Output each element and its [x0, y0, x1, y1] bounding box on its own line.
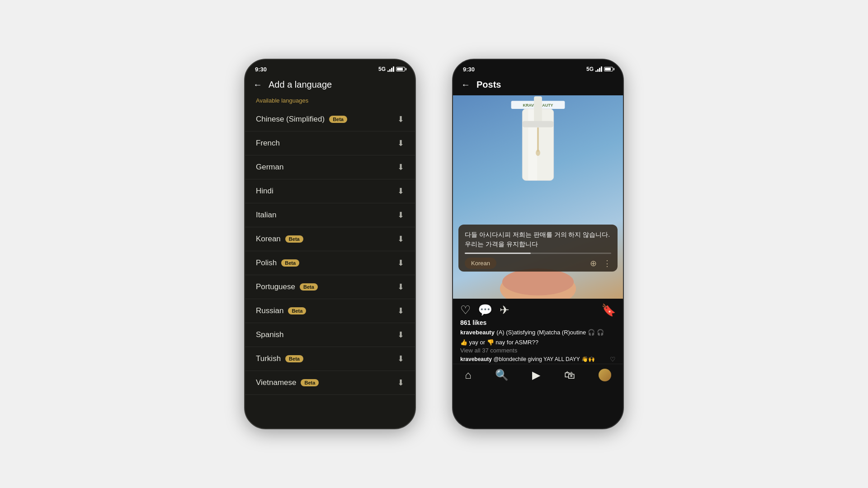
language-item-hindi[interactable]: Hindi ⬇	[245, 179, 415, 203]
available-languages-label: Available languages	[245, 95, 415, 108]
time-left: 9:30	[255, 66, 267, 73]
download-icon-portuguese[interactable]: ⬇	[397, 282, 404, 292]
language-item-polish[interactable]: Polish Beta ⬇	[245, 251, 415, 275]
language-item-left-polish: Polish Beta	[256, 258, 299, 267]
save-button[interactable]: 🔖	[601, 303, 616, 317]
download-icon-hindi[interactable]: ⬇	[397, 186, 404, 196]
language-name-chinese: Chinese (Simplified)	[256, 115, 325, 124]
language-name-italian: Italian	[256, 211, 276, 220]
signal-icon-right	[595, 66, 602, 72]
beta-badge-russian: Beta	[288, 307, 306, 314]
language-item-left-french: French	[256, 139, 280, 148]
download-icon-polish[interactable]: ⬇	[397, 258, 404, 268]
share-button[interactable]: ✈	[500, 303, 509, 317]
battery-fill-right	[605, 68, 611, 70]
posts-header: ← Posts	[453, 76, 623, 95]
status-bar-left: 9:30 5G	[245, 60, 415, 76]
subtitle-controls: Korean ⊕ ⋮	[465, 258, 611, 269]
language-item-turkish[interactable]: Turkish Beta ⬇	[245, 347, 415, 371]
notch-right	[525, 64, 536, 75]
post-actions: ♡ 💬 ✈ 🔖	[453, 299, 623, 319]
download-icon-chinese[interactable]: ⬇	[397, 114, 404, 124]
subtitle-progress-bar	[465, 253, 611, 254]
subtitle-settings-icon[interactable]: ⊕	[590, 258, 597, 268]
back-button-left[interactable]: ←	[253, 80, 262, 90]
svg-rect-5	[522, 121, 553, 127]
language-name-russian: Russian	[256, 306, 283, 315]
language-item-spanish[interactable]: Spanish ⬇	[245, 323, 415, 347]
nav-shop-icon[interactable]: 🛍	[564, 369, 575, 381]
language-item-portuguese[interactable]: Portuguese Beta ⬇	[245, 275, 415, 299]
language-item-chinese[interactable]: Chinese (Simplified) Beta ⬇	[245, 108, 415, 131]
back-button-right[interactable]: ←	[461, 80, 470, 90]
language-list: Chinese (Simplified) Beta ⬇ French ⬇ Ger…	[245, 108, 415, 395]
comment-username[interactable]: kravebeauty	[460, 356, 492, 362]
battery-icon-right	[604, 67, 613, 71]
engagement-text: 👍 yay or 👎 nay for ASMR??	[460, 339, 538, 346]
language-item-korean[interactable]: Korean Beta ⬇	[245, 227, 415, 251]
caption-username[interactable]: kravebeauty	[460, 329, 495, 336]
language-name-korean: Korean	[256, 235, 281, 244]
subtitle-text: 다들 아시다시피 저희는 판매를 거의 하지 않습니다. 우리는 가격을 유지합…	[465, 230, 611, 249]
beta-badge-portuguese: Beta	[300, 283, 318, 291]
download-icon-italian[interactable]: ⬇	[397, 210, 404, 220]
language-item-left-portuguese: Portuguese Beta	[256, 282, 318, 291]
signal-icon-left	[387, 66, 394, 72]
status-icons-right: 5G	[586, 66, 613, 72]
language-item-left-vietnamese: Vietnamese Beta	[256, 378, 319, 387]
language-item-vietnamese[interactable]: Vietnamese Beta ⬇	[245, 371, 415, 395]
language-item-italian[interactable]: Italian ⬇	[245, 203, 415, 227]
svg-rect-4	[534, 96, 542, 123]
beta-badge-polish: Beta	[281, 259, 299, 267]
download-icon-german[interactable]: ⬇	[397, 162, 404, 172]
svg-point-7	[536, 150, 540, 156]
language-item-left-spanish: Spanish	[256, 330, 283, 339]
subtitle-overlay: 다들 아시다시피 저희는 판매를 거의 하지 않습니다. 우리는 가격을 유지합…	[458, 225, 618, 272]
nav-home-icon[interactable]: ⌂	[465, 369, 472, 381]
download-icon-russian[interactable]: ⬇	[397, 306, 404, 316]
download-icon-french[interactable]: ⬇	[397, 138, 404, 148]
battery-icon-left	[396, 67, 405, 71]
post-actions-left: ♡ 💬 ✈	[460, 303, 509, 317]
language-name-turkish: Turkish	[256, 354, 281, 363]
language-item-left-turkish: Turkish Beta	[256, 354, 303, 363]
right-phone: 9:30 5G ← Posts KRAVEBEAUTY	[452, 59, 624, 429]
beta-badge-turkish: Beta	[285, 355, 303, 362]
language-name-french: French	[256, 139, 280, 148]
time-right: 9:30	[463, 66, 475, 73]
language-name-german: German	[256, 163, 283, 172]
language-item-french[interactable]: French ⬇	[245, 131, 415, 155]
like-button[interactable]: ♡	[460, 303, 471, 317]
post-image: KRAVEBEAUTY 다들 아시다시피 저희는 판매를 거의 하지 않습니다.…	[453, 95, 623, 299]
battery-fill-left	[397, 68, 403, 70]
language-item-russian[interactable]: Russian Beta ⬇	[245, 299, 415, 323]
language-item-left-chinese: Chinese (Simplified) Beta	[256, 115, 347, 124]
download-icon-spanish[interactable]: ⬇	[397, 330, 404, 340]
download-icon-korean[interactable]: ⬇	[397, 234, 404, 244]
svg-rect-6	[537, 127, 539, 152]
language-item-left-russian: Russian Beta	[256, 306, 306, 315]
comment-item: kravebeauty @blondechile giving YAY ALL …	[453, 355, 623, 364]
beta-badge-korean: Beta	[285, 235, 303, 243]
nav-reels-icon[interactable]: ▶	[532, 369, 540, 381]
language-item-left-german: German	[256, 163, 283, 172]
posts-title: Posts	[476, 80, 501, 90]
nav-profile-avatar[interactable]	[599, 369, 611, 381]
nav-search-icon[interactable]: 🔍	[495, 369, 509, 381]
post-caption: kravebeauty (A) (S)atisfying (M)atcha (R…	[453, 328, 623, 336]
comment-button[interactable]: 💬	[478, 303, 492, 317]
subtitle-icons: ⊕ ⋮	[590, 258, 611, 268]
download-icon-turkish[interactable]: ⬇	[397, 354, 404, 364]
subtitle-more-icon[interactable]: ⋮	[603, 258, 611, 268]
bottom-navigation: ⌂ 🔍 ▶ 🛍	[453, 364, 623, 388]
view-comments-link[interactable]: View all 37 comments	[453, 346, 623, 355]
notch-left	[317, 64, 328, 75]
caption-text: (A) (S)atisfying (M)atcha (R)outine 🎧 🎧	[496, 329, 604, 336]
download-icon-vietnamese[interactable]: ⬇	[397, 378, 404, 388]
language-item-left-hindi: Hindi	[256, 187, 274, 196]
comment-like-icon[interactable]: ♡	[610, 356, 616, 363]
subtitle-progress-fill	[465, 253, 531, 254]
subtitle-language-button[interactable]: Korean	[465, 258, 496, 269]
network-left: 5G	[378, 66, 386, 72]
language-item-german[interactable]: German ⬇	[245, 155, 415, 179]
